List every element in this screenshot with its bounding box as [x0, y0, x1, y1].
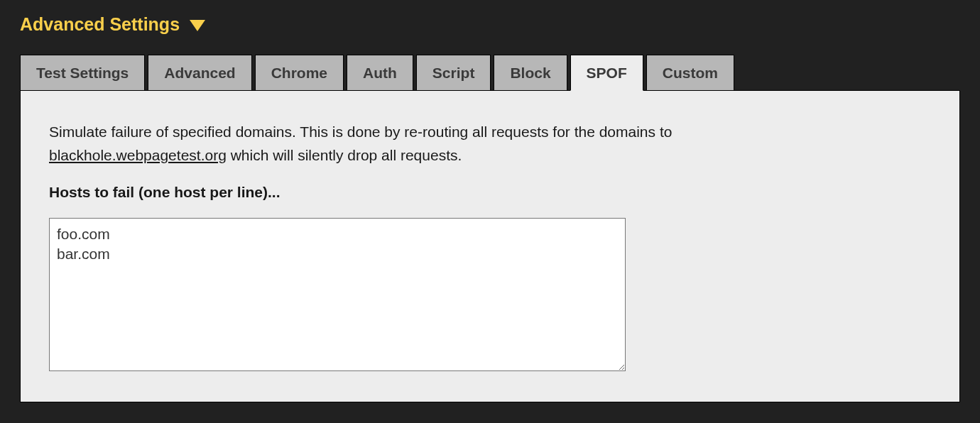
tabs-bar: Test Settings Advanced Chrome Auth Scrip…: [20, 55, 960, 91]
spof-description-pre: Simulate failure of specified domains. T…: [49, 123, 672, 140]
tab-panel-spof: Simulate failure of specified domains. T…: [20, 90, 960, 402]
tab-script[interactable]: Script: [416, 55, 491, 91]
tab-chrome[interactable]: Chrome: [255, 55, 344, 91]
chevron-down-icon: [190, 20, 205, 31]
hosts-to-fail-label: Hosts to fail (one host per line)...: [49, 184, 931, 201]
panel-title: Advanced Settings: [20, 14, 180, 35]
tab-block[interactable]: Block: [494, 55, 567, 91]
tab-advanced[interactable]: Advanced: [148, 55, 251, 91]
blackhole-link[interactable]: blackhole.webpagetest.org: [49, 147, 227, 163]
tab-spof[interactable]: SPOF: [570, 55, 643, 91]
tab-auth[interactable]: Auth: [347, 55, 413, 91]
advanced-settings-toggle[interactable]: Advanced Settings: [20, 14, 960, 35]
spof-description-post: which will silently drop all requests.: [227, 147, 462, 163]
tab-test-settings[interactable]: Test Settings: [20, 55, 145, 91]
tab-custom[interactable]: Custom: [646, 55, 734, 91]
spof-description: Simulate failure of specified domains. T…: [49, 121, 780, 167]
hosts-to-fail-input[interactable]: [49, 218, 626, 371]
